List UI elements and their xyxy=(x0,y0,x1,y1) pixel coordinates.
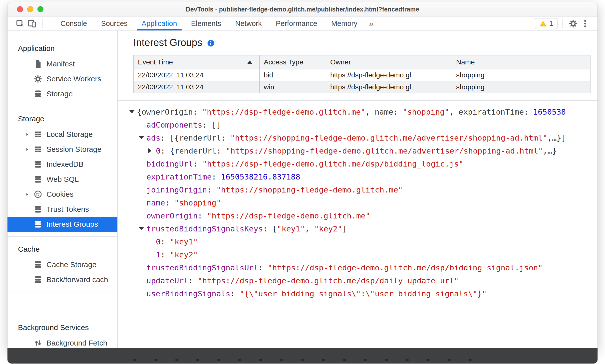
interest-groups-table: Event TimeAccess TypeOwnerName 22/03/202… xyxy=(133,55,591,93)
expander-chevron-icon[interactable] xyxy=(23,192,33,196)
tree-token-str: "shopping" xyxy=(403,107,449,116)
window-title: DevTools - publisher-fledge-demo.glitch.… xyxy=(7,6,598,13)
tree-token-pkey: renderUrl xyxy=(175,146,217,155)
tree-expander-down-icon[interactable] xyxy=(139,227,146,230)
sidebar-item-local-storage[interactable]: Local Storage xyxy=(7,127,117,142)
tree-token-plain: , xyxy=(449,107,459,116)
sidebar-item-cookies[interactable]: Cookies xyxy=(7,187,117,202)
cookie-icon xyxy=(33,190,42,199)
tree-token-key: ownerOrigin xyxy=(146,211,198,220)
fullscreen-button[interactable] xyxy=(37,6,43,12)
database-icon xyxy=(33,220,42,229)
minimize-button[interactable] xyxy=(27,6,33,12)
expander-chevron-icon[interactable] xyxy=(23,132,33,137)
tree-token-key: adComponents xyxy=(146,120,202,129)
tree-token-str: "{\"user_bidding_signals\":\"user_biddin… xyxy=(240,289,487,298)
tree-token-plain: : xyxy=(207,185,216,194)
sidebar-item-label: Trust Tokens xyxy=(46,205,89,213)
bottom-bar-dot xyxy=(343,359,346,361)
table-cell: 22/03/2022, 11:03:24 xyxy=(134,69,260,81)
tab-elements[interactable]: Elements xyxy=(184,17,228,30)
device-toolbar-button[interactable] xyxy=(26,18,38,30)
kebab-menu-icon xyxy=(581,19,590,28)
warning-icon xyxy=(539,20,547,27)
sidebar-item-storage[interactable]: Storage xyxy=(7,86,117,101)
tree-expander-down-icon[interactable] xyxy=(139,136,146,139)
sidebar-item-indexeddb[interactable]: IndexedDB xyxy=(7,157,117,172)
table-row[interactable]: 22/03/2022, 11:03:24winhttps://dsp-fledg… xyxy=(134,81,590,93)
info-icon[interactable] xyxy=(207,39,215,47)
tree-token-plain: : { xyxy=(161,146,175,155)
tree-expander-right-icon[interactable] xyxy=(148,148,156,153)
gear-icon xyxy=(33,74,42,83)
tab-application[interactable]: Application xyxy=(135,17,184,30)
sidebar-section-title-cache: Cache xyxy=(7,241,117,257)
table-body: 22/03/2022, 11:03:24bidhttps://dsp-fledg… xyxy=(134,69,590,93)
table-icon xyxy=(33,130,42,139)
application-sidebar: ApplicationManifestService WorkersStorag… xyxy=(7,31,118,348)
column-label: Owner xyxy=(330,58,351,66)
tab-network[interactable]: Network xyxy=(228,17,269,30)
sidebar-item-manifest[interactable]: Manifest xyxy=(7,56,117,71)
tree-token-key: joiningOrigin xyxy=(146,185,207,194)
sidebar-item-interest-groups[interactable]: Interest Groups xyxy=(7,217,117,232)
close-button[interactable] xyxy=(17,6,23,12)
tree-token-str: "https://dsp-fledge-demo.glitch.me/dsp/b… xyxy=(268,263,543,272)
tree-token-str: "https://shopping-fledge-demo.glitch.me/… xyxy=(226,146,543,155)
bottom-bar-dot xyxy=(259,359,262,361)
sidebar-item-session-storage[interactable]: Session Storage xyxy=(7,142,117,157)
tab-strip: ConsoleSourcesApplicationElementsNetwork… xyxy=(53,17,364,30)
database-icon xyxy=(33,175,42,184)
inspect-cursor-icon xyxy=(15,19,25,28)
tree-token-plain: : xyxy=(393,107,403,116)
column-header-event-time[interactable]: Event Time xyxy=(134,55,260,69)
more-tabs-button[interactable]: » xyxy=(364,17,378,30)
sidebar-item-service-workers[interactable]: Service Workers xyxy=(7,71,117,86)
tree-token-num: 1650538 xyxy=(533,107,566,116)
sidebar-item-cache-storage[interactable]: Cache Storage xyxy=(7,257,117,272)
sidebar-item-label: Service Workers xyxy=(46,75,101,83)
tree-expander-down-icon[interactable] xyxy=(129,110,137,113)
inspect-element-button[interactable] xyxy=(14,18,26,30)
table-row[interactable]: 22/03/2022, 11:03:24bidhttps://dsp-fledg… xyxy=(134,69,590,81)
tab-sources[interactable]: Sources xyxy=(94,17,134,30)
more-options-button[interactable] xyxy=(579,18,591,30)
toolbar-right-cluster: 1 xyxy=(535,18,591,30)
tree-token-key: 1 xyxy=(156,250,161,259)
sidebar-item-back-forward-cach[interactable]: Back/forward cach xyxy=(7,272,117,287)
table-cell: https://dsp-fledge-demo.gl… xyxy=(326,69,452,81)
sidebar-item-trust-tokens[interactable]: Trust Tokens xyxy=(7,202,117,217)
sidebar-item-label: Back/forward cach xyxy=(46,275,108,284)
tab-memory[interactable]: Memory xyxy=(324,17,364,30)
sidebar-item-background-fetch[interactable]: Background Fetch xyxy=(7,336,117,348)
gear-icon xyxy=(569,19,578,28)
sidebar-item-web-sql[interactable]: Web SQL xyxy=(7,172,117,187)
column-header-owner[interactable]: Owner xyxy=(326,55,452,69)
tree-token-str: "key1" xyxy=(277,224,305,233)
tab-performance[interactable]: Performance xyxy=(269,17,324,30)
tree-line: trustedBiddingSignalsUrl: "https://dsp-f… xyxy=(129,261,598,274)
titlebar[interactable]: DevTools - publisher-fledge-demo.glitch.… xyxy=(7,2,598,17)
expander-chevron-icon[interactable] xyxy=(23,147,33,152)
tab-console[interactable]: Console xyxy=(53,17,94,30)
column-header-name[interactable]: Name xyxy=(452,55,590,69)
tree-token-plain: : xyxy=(212,172,221,181)
tree-line: adComponents: [] xyxy=(129,118,598,131)
table-cell: 22/03/2022, 11:03:24 xyxy=(134,81,260,93)
bottom-bar-dot xyxy=(448,359,451,361)
devtools-window: DevTools - publisher-fledge-demo.glitch.… xyxy=(7,2,598,348)
tree-token-str: "https://dsp-fledge-demo.glitch.me/dsp/d… xyxy=(198,276,459,285)
bottom-bar-dot xyxy=(280,359,283,361)
panel-title: Interest Groups xyxy=(133,37,202,48)
sidebar-item-label: Storage xyxy=(46,90,73,98)
sidebar-item-label: Manifest xyxy=(46,60,75,68)
settings-gear-button[interactable] xyxy=(567,18,579,30)
tree-token-str: "https://shopping-fledge-demo.glitch.me" xyxy=(216,185,403,194)
column-header-access-type[interactable]: Access Type xyxy=(260,55,326,69)
bottom-bar-dot xyxy=(364,359,367,361)
tree-token-plain: : xyxy=(230,289,240,298)
issues-badge[interactable]: 1 xyxy=(535,18,558,29)
tree-token-plain: : xyxy=(188,276,198,285)
table-icon xyxy=(33,145,42,154)
table-cell: bid xyxy=(260,69,326,81)
